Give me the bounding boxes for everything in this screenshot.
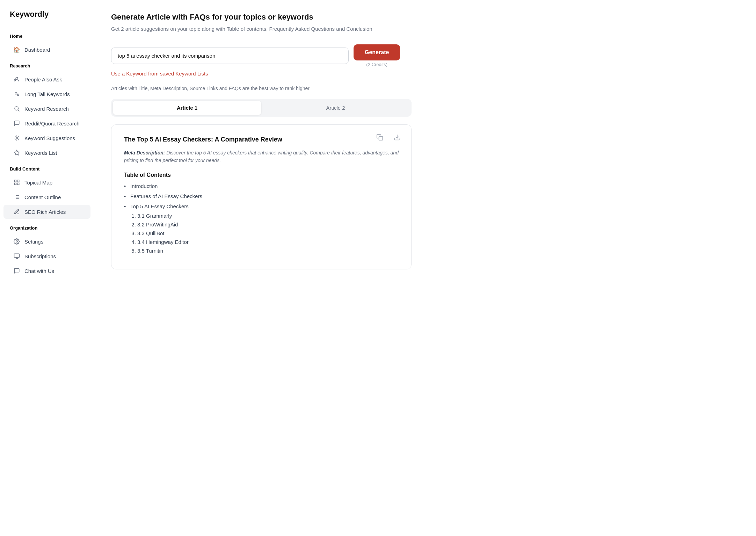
svg-point-5 bbox=[15, 107, 19, 110]
long-tail-label: Long Tail Keywords bbox=[24, 91, 81, 97]
reddit-quora-label: Reddit/Quora Research bbox=[24, 121, 81, 126]
toc-heading: Table of Contents bbox=[124, 172, 399, 178]
toc-sub-turnitin: 3.5 Turnitin bbox=[137, 248, 399, 254]
credits-label: (2 Credits) bbox=[366, 62, 387, 67]
sidebar-item-settings[interactable]: Settings bbox=[3, 234, 90, 248]
svg-line-11 bbox=[18, 139, 19, 140]
svg-line-10 bbox=[15, 136, 15, 137]
download-button[interactable] bbox=[391, 131, 404, 144]
settings-icon bbox=[13, 238, 20, 245]
home-icon: 🏠 bbox=[13, 46, 20, 53]
content-outline-label: Content Outline bbox=[24, 194, 81, 200]
sidebar-item-long-tail-keywords[interactable]: Long Tail Keywords bbox=[3, 87, 90, 101]
svg-line-6 bbox=[18, 110, 19, 111]
seo-rich-articles-icon bbox=[13, 208, 20, 215]
svg-point-7 bbox=[16, 137, 18, 139]
generate-button[interactable]: Generate bbox=[354, 44, 400, 60]
article-meta-desc: Meta Description: Discover the top 5 AI … bbox=[124, 149, 399, 165]
keyword-suggestions-icon bbox=[13, 135, 20, 142]
svg-line-4 bbox=[17, 94, 17, 94]
svg-point-27 bbox=[16, 241, 18, 242]
tab-article1[interactable]: Article 1 bbox=[113, 101, 261, 115]
logo: Keywordly bbox=[0, 10, 94, 27]
long-tail-icon bbox=[13, 90, 20, 97]
toc-sub-quillbot: 3.3 QuillBot bbox=[137, 230, 399, 236]
rank-hint: Articles with Title, Meta Description, S… bbox=[111, 86, 739, 91]
section-home: Home bbox=[0, 27, 94, 42]
sidebar-item-reddit-quora[interactable]: Reddit/Quora Research bbox=[3, 116, 90, 130]
subscriptions-icon bbox=[13, 253, 20, 260]
dashboard-label: Dashboard bbox=[24, 47, 81, 53]
svg-rect-18 bbox=[17, 180, 19, 182]
svg-rect-31 bbox=[379, 136, 383, 140]
keyword-research-label: Keyword Research bbox=[24, 106, 81, 112]
sidebar: Keywordly Home 🏠 Dashboard Research Peop… bbox=[0, 0, 94, 536]
tab-article2[interactable]: Article 2 bbox=[261, 101, 410, 115]
toc-sub-grammarly: 3.1 Grammarly bbox=[137, 213, 399, 219]
svg-point-3 bbox=[17, 94, 19, 96]
section-research: Research bbox=[0, 57, 94, 72]
keywords-list-icon bbox=[13, 149, 20, 156]
keywords-list-label: Keywords List bbox=[24, 150, 81, 156]
sidebar-item-subscriptions[interactable]: Subscriptions bbox=[3, 249, 90, 263]
section-build-content: Build Content bbox=[0, 160, 94, 175]
toc-sub-prowritingaid: 3.2 ProWritingAid bbox=[137, 222, 399, 227]
seo-rich-articles-label: SEO Rich Articles bbox=[24, 209, 81, 215]
svg-line-15 bbox=[18, 136, 19, 137]
people-also-ask-icon bbox=[13, 76, 20, 83]
subscriptions-label: Subscriptions bbox=[24, 253, 81, 259]
article-actions bbox=[373, 131, 404, 144]
page-title: Generate Article with FAQs for your topi… bbox=[111, 13, 739, 22]
keyword-research-icon bbox=[13, 105, 20, 112]
copy-button[interactable] bbox=[373, 131, 386, 144]
toc-list: Introduction Features of AI Essay Checke… bbox=[124, 183, 399, 254]
people-also-ask-label: People Also Ask bbox=[24, 77, 81, 82]
svg-point-0 bbox=[16, 77, 18, 79]
chat-icon bbox=[13, 267, 20, 274]
reddit-quora-icon bbox=[13, 120, 20, 127]
svg-rect-17 bbox=[14, 180, 16, 182]
sidebar-item-content-outline[interactable]: Content Outline bbox=[3, 190, 90, 204]
settings-label: Settings bbox=[24, 239, 81, 245]
svg-rect-20 bbox=[14, 183, 16, 185]
sidebar-item-dashboard[interactable]: 🏠 Dashboard bbox=[3, 43, 90, 57]
toc-item-introduction: Introduction bbox=[124, 183, 399, 189]
svg-line-14 bbox=[15, 139, 15, 140]
article-card: The Top 5 AI Essay Checkers: A Comparati… bbox=[111, 124, 412, 270]
keyword-list-link[interactable]: Use a Keyword from saved Keyword Lists bbox=[111, 71, 208, 77]
toc-sub-hemingway: 3.4 Hemingway Editor bbox=[137, 239, 399, 245]
main-content: Generate Article with FAQs for your topi… bbox=[94, 0, 756, 536]
article-title: The Top 5 AI Essay Checkers: A Comparati… bbox=[124, 136, 399, 143]
sidebar-item-chat-with-us[interactable]: Chat with Us bbox=[3, 264, 90, 278]
sidebar-item-keywords-list[interactable]: Keywords List bbox=[3, 146, 90, 160]
section-organization: Organization bbox=[0, 219, 94, 234]
keyword-suggestions-label: Keyword Suggestions bbox=[24, 135, 81, 141]
sidebar-item-topical-map[interactable]: Topical Map bbox=[3, 175, 90, 189]
article-tabs: Article 1 Article 2 bbox=[111, 99, 412, 117]
chat-with-us-label: Chat with Us bbox=[24, 268, 81, 274]
meta-label: Meta Description: bbox=[124, 150, 165, 155]
svg-point-2 bbox=[15, 92, 17, 94]
sidebar-item-keyword-suggestions[interactable]: Keyword Suggestions bbox=[3, 131, 90, 145]
page-subtitle: Get 2 article suggestions on your topic … bbox=[111, 25, 739, 33]
search-input[interactable] bbox=[111, 48, 349, 64]
sidebar-item-people-also-ask[interactable]: People Also Ask bbox=[3, 72, 90, 86]
toc-item-features: Features of AI Essay Checkers bbox=[124, 193, 399, 199]
svg-rect-19 bbox=[17, 183, 19, 185]
sidebar-item-seo-rich-articles[interactable]: SEO Rich Articles bbox=[3, 205, 90, 219]
topical-map-icon bbox=[13, 179, 20, 186]
meta-desc-text: Discover the top 5 AI essay checkers tha… bbox=[124, 150, 399, 163]
svg-marker-16 bbox=[14, 150, 20, 155]
content-outline-icon bbox=[13, 194, 20, 201]
toc-item-top5: Top 5 AI Essay Checkers 3.1 Grammarly 3.… bbox=[124, 203, 399, 254]
search-row: Generate (2 Credits) bbox=[111, 44, 739, 67]
toc-sublist: 3.1 Grammarly 3.2 ProWritingAid 3.3 Quil… bbox=[130, 213, 399, 254]
svg-rect-28 bbox=[14, 254, 20, 258]
topical-map-label: Topical Map bbox=[24, 180, 81, 186]
sidebar-item-keyword-research[interactable]: Keyword Research bbox=[3, 102, 90, 116]
